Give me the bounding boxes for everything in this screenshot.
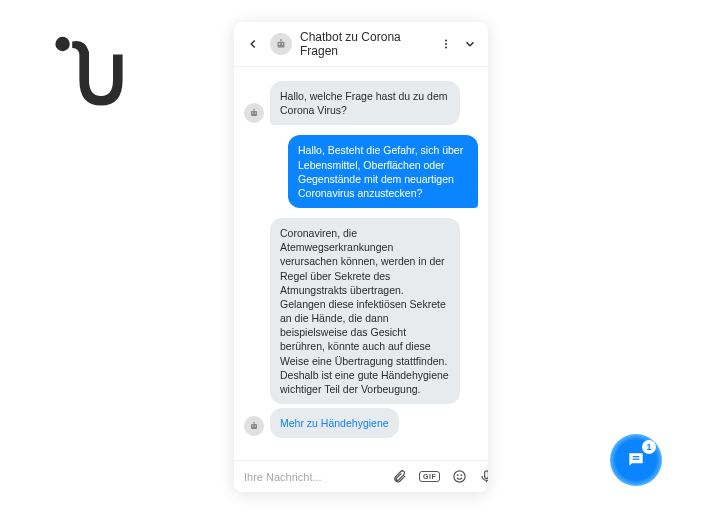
message-input[interactable] bbox=[244, 471, 382, 483]
user-message-row: Hallo, Besteht die Gefahr, sich über Leb… bbox=[244, 135, 478, 208]
bot-message-row: Hallo, welche Frage hast du zu dem Coron… bbox=[244, 81, 478, 125]
svg-point-21 bbox=[461, 475, 462, 476]
svg-point-16 bbox=[255, 426, 256, 427]
bot-avatar-icon bbox=[244, 103, 264, 123]
chat-messages[interactable]: Hallo, welche Frage hast du zu dem Coron… bbox=[234, 67, 488, 460]
bot-link-message[interactable]: Mehr zu Händehygiene bbox=[270, 408, 399, 438]
svg-rect-22 bbox=[485, 471, 488, 479]
svg-point-3 bbox=[282, 43, 283, 44]
bot-message-row: Mehr zu Händehygiene bbox=[244, 408, 478, 438]
input-actions: GIF bbox=[392, 469, 488, 484]
back-button[interactable] bbox=[244, 35, 262, 53]
chat-widget: Chatbot zu Corona Fragen bbox=[234, 22, 488, 492]
svg-point-19 bbox=[454, 471, 465, 482]
svg-point-7 bbox=[445, 43, 447, 45]
svg-point-2 bbox=[279, 43, 280, 44]
svg-point-6 bbox=[445, 40, 447, 42]
emoji-icon[interactable] bbox=[452, 469, 467, 484]
brand-logo bbox=[45, 32, 125, 112]
svg-rect-9 bbox=[251, 111, 257, 116]
svg-point-20 bbox=[457, 475, 458, 476]
svg-rect-14 bbox=[251, 424, 257, 429]
notification-badge: 1 bbox=[642, 440, 656, 454]
bot-message: Hallo, welche Frage hast du zu dem Coron… bbox=[270, 81, 460, 125]
attachment-icon[interactable] bbox=[392, 469, 407, 484]
svg-point-0 bbox=[55, 37, 69, 51]
gif-icon[interactable]: GIF bbox=[419, 471, 440, 482]
microphone-icon[interactable] bbox=[479, 469, 488, 484]
chat-launcher-button[interactable]: 1 bbox=[610, 434, 662, 486]
bot-avatar-icon bbox=[244, 416, 264, 436]
svg-point-15 bbox=[252, 426, 253, 427]
svg-point-10 bbox=[252, 113, 253, 114]
chat-input-bar: GIF bbox=[234, 460, 488, 492]
svg-point-11 bbox=[255, 113, 256, 114]
chat-header: Chatbot zu Corona Fragen bbox=[234, 22, 488, 67]
svg-rect-1 bbox=[278, 42, 285, 48]
chat-title: Chatbot zu Corona Fragen bbox=[300, 30, 430, 58]
collapse-button[interactable] bbox=[462, 36, 478, 52]
bot-avatar-icon bbox=[270, 33, 292, 55]
bot-message-row: Coronaviren, die Atemwegserkrankungen ve… bbox=[270, 218, 478, 404]
bot-message: Coronaviren, die Atemwegserkrankungen ve… bbox=[270, 218, 460, 404]
svg-point-8 bbox=[445, 47, 447, 49]
header-actions bbox=[438, 36, 478, 52]
menu-button[interactable] bbox=[438, 36, 454, 52]
user-message: Hallo, Besteht die Gefahr, sich über Leb… bbox=[288, 135, 478, 208]
